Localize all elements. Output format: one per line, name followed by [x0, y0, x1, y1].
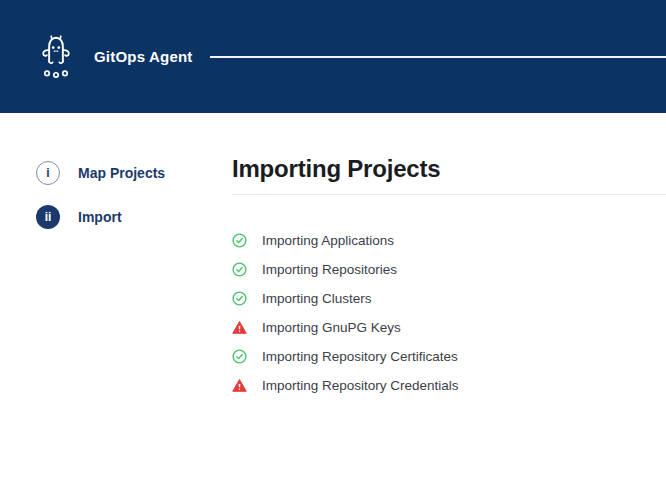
argo-squid-icon [37, 33, 75, 80]
import-status-item: Importing Clusters [232, 284, 666, 313]
page-title: Importing Projects [232, 156, 666, 182]
step-label: Map Projects [78, 165, 165, 181]
step-number-badge: i [36, 161, 60, 185]
import-status-label: Importing Applications [262, 233, 394, 248]
import-status-item: Importing Repositories [232, 255, 666, 284]
step-number-badge: ii [36, 205, 60, 229]
main-panel: Importing Projects Importing Application… [232, 113, 666, 400]
content-area: i Map Projects ii Import Importing Proje… [0, 113, 666, 400]
check-circle-icon [232, 349, 247, 364]
check-circle-icon [232, 291, 247, 306]
import-status-item: Importing Repository Credentials [232, 371, 666, 400]
import-status-label: Importing Repository Certificates [262, 349, 458, 364]
import-status-item: Importing GnuPG Keys [232, 313, 666, 342]
import-status-item: Importing Applications [232, 226, 666, 255]
import-status-label: Importing Clusters [262, 291, 372, 306]
top-header: GitOps Agent [0, 0, 666, 113]
import-status-label: Importing Repository Credentials [262, 378, 459, 393]
check-circle-icon [232, 233, 247, 248]
import-status-item: Importing Repository Certificates [232, 342, 666, 371]
warning-triangle-icon [232, 320, 247, 335]
header-divider-line [210, 56, 666, 58]
import-status-label: Importing Repositories [262, 262, 397, 277]
step-map-projects[interactable]: i Map Projects [36, 161, 232, 185]
import-status-list: Importing Applications Importing Reposit… [232, 226, 666, 400]
import-status-label: Importing GnuPG Keys [262, 320, 401, 335]
check-circle-icon [232, 262, 247, 277]
warning-triangle-icon [232, 378, 247, 393]
step-import[interactable]: ii Import [36, 205, 232, 229]
app-title: GitOps Agent [94, 48, 193, 65]
step-label: Import [78, 209, 122, 225]
title-divider [232, 194, 666, 195]
wizard-stepper: i Map Projects ii Import [0, 113, 232, 400]
